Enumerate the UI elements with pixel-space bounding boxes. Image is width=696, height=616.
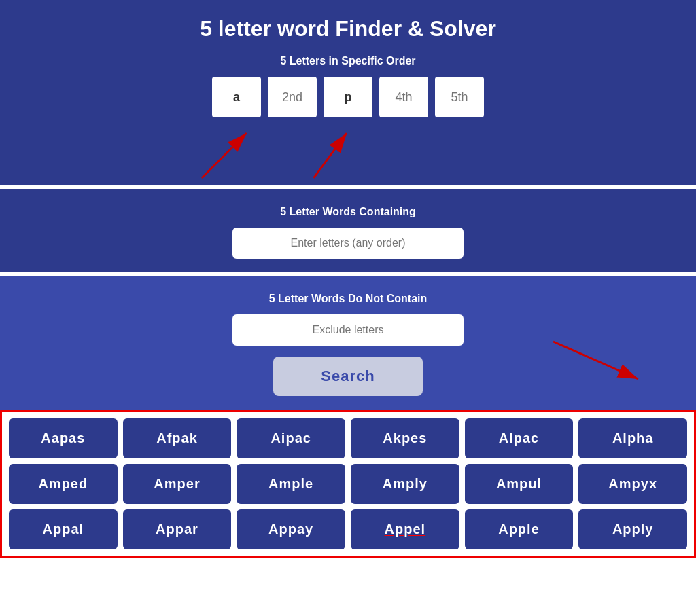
svg-line-3 bbox=[314, 133, 347, 178]
page-title: 5 letter word Finder & Solver bbox=[11, 16, 685, 41]
letter-box-1[interactable] bbox=[212, 77, 261, 117]
results-grid: AapasAfpakAipacAkpesAlpacAlphaAmpedAmper… bbox=[9, 418, 687, 549]
results-section: AapasAfpakAipacAkpesAlpacAlphaAmpedAmper… bbox=[0, 410, 696, 558]
bottom-section: 5 Letter Words Do Not Contain Search bbox=[0, 276, 696, 410]
word-result-btn[interactable]: Aapas bbox=[9, 418, 118, 458]
word-result-btn[interactable]: Apply bbox=[578, 509, 687, 549]
word-result-btn[interactable]: Alpac bbox=[465, 418, 574, 458]
word-result-btn[interactable]: Appar bbox=[123, 509, 232, 549]
do-not-contain-label: 5 Letter Words Do Not Contain bbox=[11, 293, 685, 305]
letter-box-3[interactable] bbox=[324, 77, 372, 117]
svg-line-2 bbox=[202, 133, 247, 178]
word-result-btn[interactable]: Afpak bbox=[123, 418, 232, 458]
exclude-input[interactable] bbox=[232, 314, 464, 346]
word-result-btn[interactable]: Appay bbox=[237, 509, 345, 549]
word-result-btn[interactable]: Amply bbox=[351, 464, 459, 504]
word-result-btn[interactable]: Ample bbox=[237, 464, 345, 504]
word-result-btn[interactable]: Aipac bbox=[237, 418, 345, 458]
svg-line-5 bbox=[553, 342, 638, 379]
specific-order-label: 5 Letters in Specific Order bbox=[11, 55, 685, 67]
word-result-btn[interactable]: Apple bbox=[465, 509, 574, 549]
containing-input[interactable] bbox=[232, 228, 464, 259]
arrows-area bbox=[11, 124, 685, 185]
search-button[interactable]: Search bbox=[273, 357, 423, 396]
letter-box-4[interactable] bbox=[379, 77, 428, 117]
word-result-btn[interactable]: Ampyx bbox=[578, 464, 687, 504]
letter-box-5[interactable] bbox=[435, 77, 484, 117]
word-result-btn[interactable]: Appel bbox=[351, 509, 459, 549]
letter-box-2[interactable] bbox=[268, 77, 317, 117]
word-result-btn[interactable]: Alpha bbox=[578, 418, 687, 458]
word-result-btn[interactable]: Appal bbox=[9, 509, 118, 549]
word-result-btn[interactable]: Akpes bbox=[351, 418, 459, 458]
containing-label: 5 Letter Words Containing bbox=[11, 206, 685, 218]
word-result-btn[interactable]: Ampul bbox=[465, 464, 574, 504]
top-section: 5 letter word Finder & Solver 5 Letters … bbox=[0, 0, 696, 185]
arrow2-area bbox=[533, 335, 655, 389]
mid-section: 5 Letter Words Containing bbox=[0, 189, 696, 272]
letter-boxes-row bbox=[11, 77, 685, 117]
word-result-btn[interactable]: Amper bbox=[123, 464, 232, 504]
word-result-btn[interactable]: Amped bbox=[9, 464, 118, 504]
